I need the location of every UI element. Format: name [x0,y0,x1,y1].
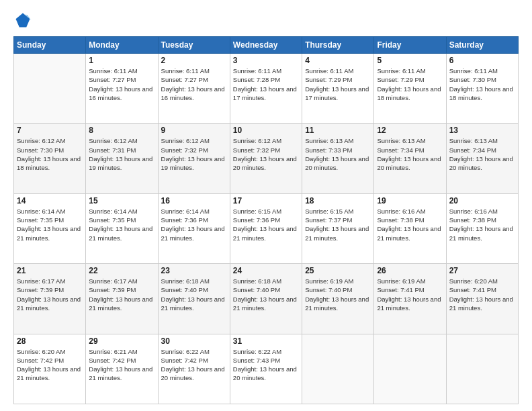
day-number: 18 [305,196,371,205]
calendar-row: 1Sunrise: 6:11 AMSunset: 7:27 PMDaylight… [14,54,519,124]
col-header-tuesday: Tuesday [158,37,230,54]
day-number: 4 [305,56,371,65]
cell-details: Sunrise: 6:13 AMSunset: 7:34 PMDaylight:… [449,136,515,172]
cell-details: Sunrise: 6:20 AMSunset: 7:41 PMDaylight:… [449,277,515,312]
calendar-cell: 10Sunrise: 6:12 AMSunset: 7:32 PMDayligh… [230,124,302,193]
calendar-cell: 14Sunrise: 6:14 AMSunset: 7:35 PMDayligh… [14,193,86,263]
cell-details: Sunrise: 6:12 AMSunset: 7:31 PMDaylight:… [89,136,154,172]
cell-details: Sunrise: 6:11 AMSunset: 7:27 PMDaylight:… [89,66,154,102]
cell-details: Sunrise: 6:16 AMSunset: 7:38 PMDaylight:… [377,207,443,242]
day-number: 29 [89,336,154,346]
calendar-cell: 1Sunrise: 6:11 AMSunset: 7:27 PMDaylight… [86,54,158,124]
day-number: 5 [377,56,443,65]
cell-details: Sunrise: 6:13 AMSunset: 7:33 PMDaylight:… [305,136,371,172]
day-number: 20 [449,196,515,205]
day-number: 1 [89,56,154,65]
calendar-cell: 30Sunrise: 6:22 AMSunset: 7:42 PMDayligh… [158,334,230,404]
day-number: 8 [89,126,154,135]
calendar-cell: 23Sunrise: 6:18 AMSunset: 7:40 PMDayligh… [158,264,230,334]
col-header-saturday: Saturday [446,37,518,54]
cell-details: Sunrise: 6:11 AMSunset: 7:28 PMDaylight:… [233,66,299,102]
cell-details: Sunrise: 6:22 AMSunset: 7:43 PMDaylight:… [233,347,299,383]
day-number: 21 [17,266,83,275]
cell-details: Sunrise: 6:15 AMSunset: 7:36 PMDaylight:… [233,207,299,242]
calendar-cell: 2Sunrise: 6:11 AMSunset: 7:27 PMDaylight… [158,54,230,124]
calendar-cell: 13Sunrise: 6:13 AMSunset: 7:34 PMDayligh… [446,124,518,193]
calendar-cell: 3Sunrise: 6:11 AMSunset: 7:28 PMDaylight… [230,54,302,124]
cell-details: Sunrise: 6:19 AMSunset: 7:41 PMDaylight:… [377,277,443,312]
day-number: 13 [449,126,515,135]
calendar-cell: 25Sunrise: 6:19 AMSunset: 7:40 PMDayligh… [302,264,374,334]
calendar-cell: 16Sunrise: 6:14 AMSunset: 7:36 PMDayligh… [158,193,230,263]
calendar-row: 7Sunrise: 6:12 AMSunset: 7:30 PMDaylight… [14,124,519,193]
calendar-cell: 9Sunrise: 6:12 AMSunset: 7:32 PMDaylight… [158,124,230,193]
calendar-cell: 8Sunrise: 6:12 AMSunset: 7:31 PMDaylight… [86,124,158,193]
day-number: 25 [305,266,371,275]
calendar-row: 28Sunrise: 6:20 AMSunset: 7:42 PMDayligh… [14,334,519,404]
day-number: 30 [161,336,227,346]
day-number: 23 [161,266,227,275]
col-header-sunday: Sunday [14,37,86,54]
day-number: 16 [161,196,227,205]
calendar-cell: 19Sunrise: 6:16 AMSunset: 7:38 PMDayligh… [374,193,446,263]
calendar-cell: 27Sunrise: 6:20 AMSunset: 7:41 PMDayligh… [446,264,518,334]
calendar-cell: 21Sunrise: 6:17 AMSunset: 7:39 PMDayligh… [14,264,86,334]
cell-details: Sunrise: 6:17 AMSunset: 7:39 PMDaylight:… [17,277,83,312]
day-number: 15 [89,196,154,205]
day-number: 9 [161,126,227,135]
calendar-cell: 15Sunrise: 6:14 AMSunset: 7:35 PMDayligh… [86,193,158,263]
calendar-cell: 6Sunrise: 6:11 AMSunset: 7:30 PMDaylight… [446,54,518,124]
day-number: 12 [377,126,443,135]
cell-details: Sunrise: 6:14 AMSunset: 7:35 PMDaylight:… [89,207,154,242]
cell-details: Sunrise: 6:11 AMSunset: 7:27 PMDaylight:… [161,66,227,102]
cell-details: Sunrise: 6:19 AMSunset: 7:40 PMDaylight:… [305,277,371,312]
calendar-cell: 17Sunrise: 6:15 AMSunset: 7:36 PMDayligh… [230,193,302,263]
day-number: 28 [17,336,83,346]
day-number: 22 [89,266,154,275]
col-header-wednesday: Wednesday [230,37,302,54]
cell-details: Sunrise: 6:11 AMSunset: 7:30 PMDaylight:… [449,66,515,102]
header-row: SundayMondayTuesdayWednesdayThursdayFrid… [14,37,519,54]
day-number: 19 [377,196,443,205]
day-number: 14 [17,196,83,205]
day-number: 17 [233,196,299,205]
calendar-cell [446,334,518,404]
logo-icon [13,11,32,30]
cell-details: Sunrise: 6:12 AMSunset: 7:32 PMDaylight:… [233,136,299,172]
cell-details: Sunrise: 6:16 AMSunset: 7:38 PMDaylight:… [449,207,515,242]
day-number: 31 [233,336,299,346]
calendar-row: 21Sunrise: 6:17 AMSunset: 7:39 PMDayligh… [14,264,519,334]
calendar-cell [374,334,446,404]
cell-details: Sunrise: 6:18 AMSunset: 7:40 PMDaylight:… [161,277,227,312]
day-number: 10 [233,126,299,135]
logo [13,11,35,30]
calendar-cell: 18Sunrise: 6:15 AMSunset: 7:37 PMDayligh… [302,193,374,263]
col-header-thursday: Thursday [302,37,374,54]
calendar-cell: 26Sunrise: 6:19 AMSunset: 7:41 PMDayligh… [374,264,446,334]
calendar-cell: 5Sunrise: 6:11 AMSunset: 7:29 PMDaylight… [374,54,446,124]
calendar-cell [302,334,374,404]
calendar-cell: 12Sunrise: 6:13 AMSunset: 7:34 PMDayligh… [374,124,446,193]
calendar-cell: 11Sunrise: 6:13 AMSunset: 7:33 PMDayligh… [302,124,374,193]
calendar-cell: 28Sunrise: 6:20 AMSunset: 7:42 PMDayligh… [14,334,86,404]
day-number: 11 [305,126,371,135]
calendar-cell: 20Sunrise: 6:16 AMSunset: 7:38 PMDayligh… [446,193,518,263]
col-header-friday: Friday [374,37,446,54]
cell-details: Sunrise: 6:22 AMSunset: 7:42 PMDaylight:… [161,347,227,383]
calendar-cell: 7Sunrise: 6:12 AMSunset: 7:30 PMDaylight… [14,124,86,193]
calendar-cell: 31Sunrise: 6:22 AMSunset: 7:43 PMDayligh… [230,334,302,404]
cell-details: Sunrise: 6:18 AMSunset: 7:40 PMDaylight:… [233,277,299,312]
calendar-row: 14Sunrise: 6:14 AMSunset: 7:35 PMDayligh… [14,193,519,263]
cell-details: Sunrise: 6:12 AMSunset: 7:30 PMDaylight:… [17,136,83,172]
cell-details: Sunrise: 6:14 AMSunset: 7:36 PMDaylight:… [161,207,227,242]
cell-details: Sunrise: 6:14 AMSunset: 7:35 PMDaylight:… [17,207,83,242]
header [13,11,519,30]
cell-details: Sunrise: 6:20 AMSunset: 7:42 PMDaylight:… [17,347,83,383]
calendar-cell [14,54,86,124]
day-number: 2 [161,56,227,65]
calendar-cell: 22Sunrise: 6:17 AMSunset: 7:39 PMDayligh… [86,264,158,334]
calendar-cell: 24Sunrise: 6:18 AMSunset: 7:40 PMDayligh… [230,264,302,334]
col-header-monday: Monday [86,37,158,54]
day-number: 6 [449,56,515,65]
day-number: 27 [449,266,515,275]
